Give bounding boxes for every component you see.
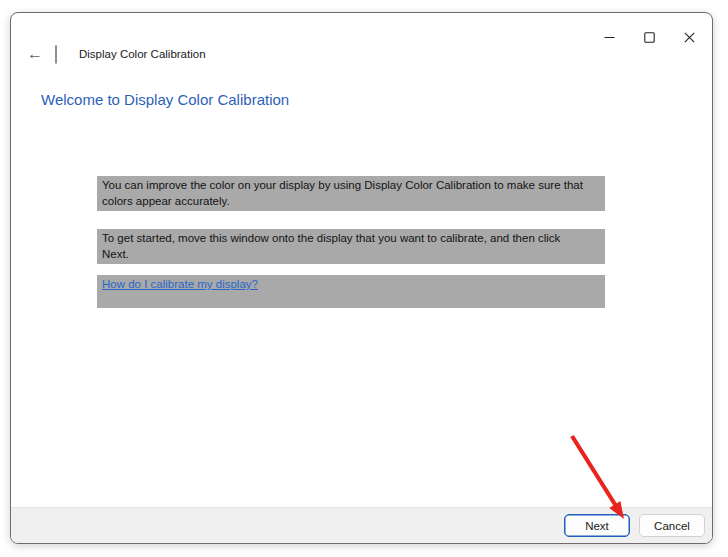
instructions-paragraph: To get started, move this window onto th…: [102, 232, 560, 260]
next-button[interactable]: Next: [564, 514, 630, 537]
wizard-header: ← Display Color Calibration: [23, 45, 206, 63]
back-arrow-icon: ←: [27, 45, 43, 62]
instructions-paragraph-highlight: To get started, move this window onto th…: [97, 229, 605, 264]
button-bar: Next Cancel: [11, 507, 712, 543]
minimize-button[interactable]: [590, 23, 628, 51]
maximize-icon: [644, 32, 655, 43]
close-icon: [684, 32, 695, 43]
help-link[interactable]: How do I calibrate my display?: [102, 278, 258, 290]
cancel-button[interactable]: Cancel: [639, 514, 705, 537]
help-link-highlight: How do I calibrate my display?: [97, 275, 605, 308]
page-title: Welcome to Display Color Calibration: [41, 91, 289, 108]
display-color-calibration-icon: [55, 46, 71, 62]
intro-paragraph-highlight: You can improve the color on your displa…: [97, 176, 605, 211]
close-button[interactable]: [670, 23, 708, 51]
caption-buttons: [590, 23, 708, 51]
intro-paragraph: You can improve the color on your displa…: [102, 179, 583, 207]
minimize-icon: [604, 32, 615, 43]
maximize-button[interactable]: [630, 23, 668, 51]
window-title: Display Color Calibration: [79, 48, 206, 60]
display-color-calibration-window: ← Display Color Calibration Welcome to D…: [10, 12, 713, 544]
back-button[interactable]: ←: [23, 46, 47, 62]
